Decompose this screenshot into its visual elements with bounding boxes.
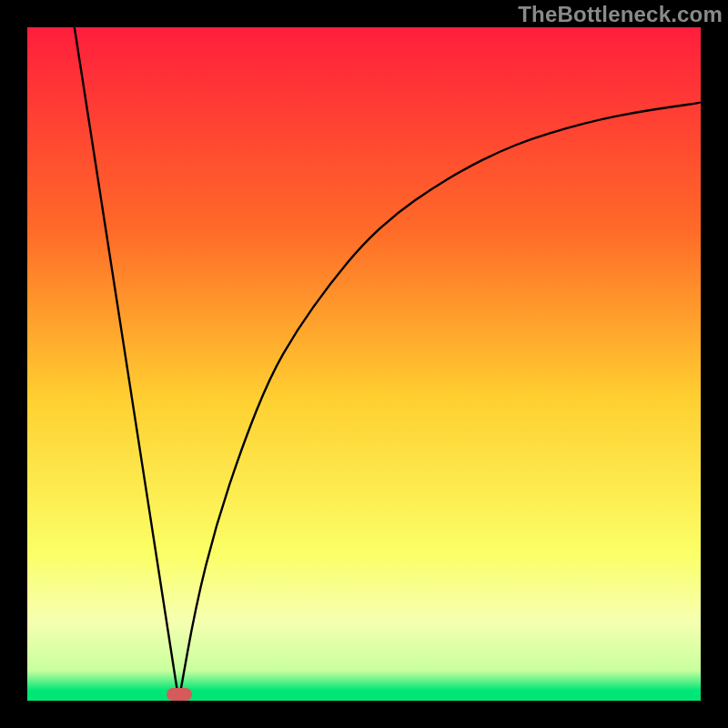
chart-frame: TheBottleneck.com (0, 0, 728, 728)
watermark-text: TheBottleneck.com (518, 2, 723, 27)
plot-area (27, 27, 701, 701)
optimum-marker (167, 688, 192, 701)
bottleneck-curve (75, 27, 701, 701)
curve-layer (27, 27, 701, 701)
